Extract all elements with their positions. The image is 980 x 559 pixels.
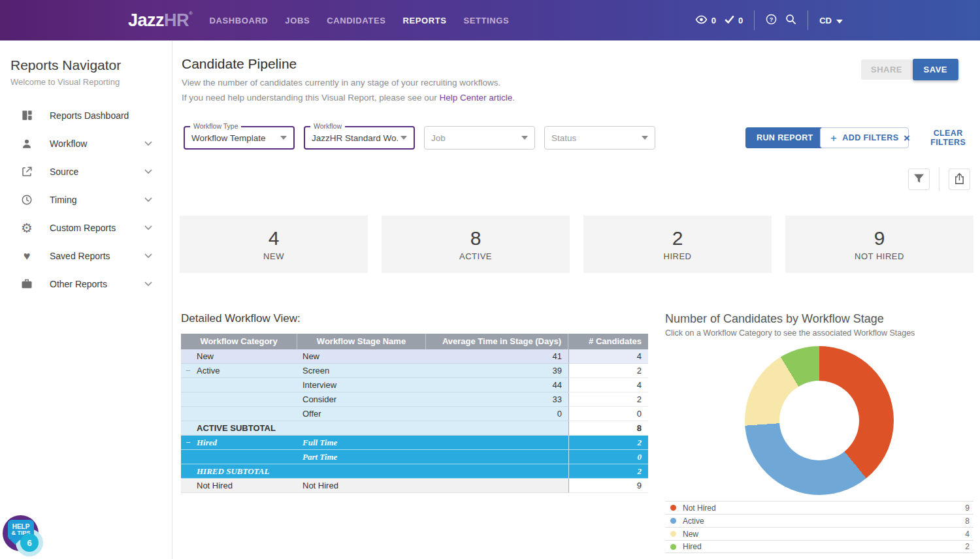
watching-count[interactable]: 0: [695, 15, 716, 26]
cell-workflow-category[interactable]: −Active: [181, 364, 297, 378]
sidebar-item-source[interactable]: Source: [0, 157, 172, 185]
legend-item-not-hired[interactable]: Not Hired9: [665, 501, 973, 514]
help-icon[interactable]: ?: [766, 14, 777, 27]
dashboard-icon: [20, 109, 34, 121]
table-header-candidates: # Candidates: [568, 334, 648, 349]
cell-workflow-stage: Part Time: [297, 450, 426, 464]
person-icon: [20, 138, 34, 150]
sidebar-items: Reports DashboardWorkflowSourceTiming⚙Cu…: [0, 101, 172, 298]
cell-workflow-category: [181, 378, 297, 392]
export-icon: [954, 172, 965, 187]
table-header-average-time-in-stage-days: Average Time in Stage (Days): [426, 334, 568, 349]
help-tips-badge: 6: [20, 534, 39, 552]
workflow-label: Workflow: [310, 122, 345, 130]
stat-value: 9: [874, 227, 885, 249]
app-logo[interactable]: JazzHR®: [128, 10, 192, 31]
logo-jazz-text: Jazz: [128, 10, 164, 30]
cell-workflow-stage: Full Time: [297, 436, 426, 450]
workflow-table: Workflow CategoryWorkflow Stage NameAver…: [181, 334, 648, 493]
cell-workflow-stage: Not Hired: [297, 479, 426, 493]
filter-funnel-button[interactable]: [908, 168, 930, 190]
sidebar-item-label: Workflow: [50, 138, 87, 149]
user-initials: CD: [819, 16, 832, 25]
donut-chart[interactable]: [745, 346, 894, 495]
tasks-count[interactable]: 0: [725, 15, 743, 25]
sidebar-item-custom-reports[interactable]: ⚙Custom Reports: [0, 214, 172, 242]
stat-card-new: 4NEW: [180, 216, 368, 273]
workflow-type-value: Workflow Template: [191, 133, 278, 143]
sidebar-item-reports-dashboard[interactable]: Reports Dashboard: [0, 101, 172, 129]
cell-avg-time: [426, 436, 568, 450]
save-button[interactable]: SAVE: [913, 59, 958, 80]
cell-workflow-stage: Interview: [297, 378, 426, 392]
page-help-line: If you need help understanding this Visu…: [182, 93, 980, 103]
user-menu[interactable]: CD: [819, 16, 843, 25]
chart-title: Number of Candidates by Workflow Stage: [665, 312, 973, 326]
stats-row: 4NEW8ACTIVE2HIRED9NOT HIRED: [180, 216, 973, 273]
legend-item-hired[interactable]: Hired2: [665, 540, 973, 553]
cell-workflow-category: ACTIVE SUBTOTAL: [181, 421, 297, 436]
cell-candidates: 4: [568, 378, 648, 392]
nav-divider: [808, 10, 808, 30]
nav-item-reports[interactable]: REPORTS: [402, 16, 446, 25]
stat-value: 8: [470, 227, 482, 249]
cell-avg-time: [426, 450, 568, 464]
caret-down-icon: [836, 16, 843, 25]
collapse-icon[interactable]: −: [186, 436, 191, 450]
export-button[interactable]: [949, 168, 970, 190]
status-select[interactable]: Status: [544, 126, 655, 150]
nav-item-candidates[interactable]: CANDIDATES: [327, 16, 385, 25]
page-description: View the number of candidates currently …: [182, 78, 980, 88]
chart-section: Number of Candidates by Workflow Stage C…: [665, 312, 973, 553]
briefcase-icon: [20, 278, 34, 289]
sidebar-item-workflow[interactable]: Workflow: [0, 129, 172, 157]
nav-item-jobs[interactable]: JOBS: [285, 16, 310, 25]
run-report-button[interactable]: RUN REPORT: [745, 127, 825, 148]
nav-item-settings[interactable]: SETTINGS: [463, 16, 509, 25]
cell-avg-time: 41: [426, 349, 568, 364]
job-select[interactable]: Job: [424, 126, 535, 150]
cell-avg-time: 33: [426, 392, 568, 407]
main-nav: DASHBOARDJOBSCANDIDATESREPORTSSETTINGS: [209, 16, 509, 25]
stat-card-active: 8ACTIVE: [382, 216, 570, 273]
gear-icon: ⚙: [20, 221, 34, 234]
sidebar-item-other-reports[interactable]: Other Reports: [0, 270, 172, 298]
help-tips-widget[interactable]: HELP & TIPS 6: [3, 515, 48, 559]
clear-filters-button[interactable]: × CLEAR FILTERS: [904, 127, 980, 148]
cell-candidates: 2: [568, 464, 648, 479]
cell-candidates: 0: [568, 450, 648, 464]
legend-item-new[interactable]: New4: [665, 527, 973, 540]
workflow-select[interactable]: Workflow JazzHR Standard Wo...: [304, 126, 415, 150]
search-icon[interactable]: [785, 14, 796, 27]
legend-item-active[interactable]: Active8: [665, 514, 973, 527]
cell-workflow-category: Not Hired: [181, 479, 297, 493]
add-filters-label: ADD FILTERS: [842, 133, 898, 142]
stat-value: 2: [672, 227, 683, 249]
nav-divider: [754, 10, 755, 30]
tasks-count-value: 0: [738, 16, 743, 25]
stat-card-hired: 2HIRED: [583, 216, 772, 273]
help-suffix: .: [512, 93, 515, 103]
collapse-icon[interactable]: −: [186, 364, 191, 378]
sidebar-item-timing[interactable]: Timing: [0, 185, 172, 214]
nav-item-dashboard[interactable]: DASHBOARD: [209, 16, 268, 25]
cell-workflow-stage: Offer: [297, 407, 426, 421]
sidebar-item-label: Reports Dashboard: [50, 110, 129, 121]
donut-hole: [779, 381, 859, 460]
sidebar-item-label: Timing: [50, 195, 77, 205]
sidebar-item-saved-reports[interactable]: ♥Saved Reports: [0, 242, 172, 270]
help-center-link[interactable]: Help Center article: [440, 93, 513, 103]
close-icon: ×: [904, 133, 910, 144]
sidebar-item-label: Source: [50, 167, 78, 177]
stat-label: NOT HIRED: [855, 251, 904, 261]
cell-candidates: 2: [568, 364, 648, 378]
share-button[interactable]: SHARE: [861, 59, 912, 80]
cell-candidates: 0: [568, 407, 648, 421]
cell-workflow-category[interactable]: −Hired: [181, 436, 297, 450]
legend-dot: [670, 531, 676, 537]
add-filters-button[interactable]: + ADD FILTERS: [820, 127, 909, 148]
logo-hr-text: HR: [164, 10, 189, 30]
bottom-section: Detailed Workflow View: Workflow Categor…: [172, 312, 980, 559]
sidebar-subtitle: Welcome to Visual Reporting: [0, 77, 172, 87]
workflow-type-select[interactable]: Workflow Type Workflow Template: [184, 126, 295, 150]
